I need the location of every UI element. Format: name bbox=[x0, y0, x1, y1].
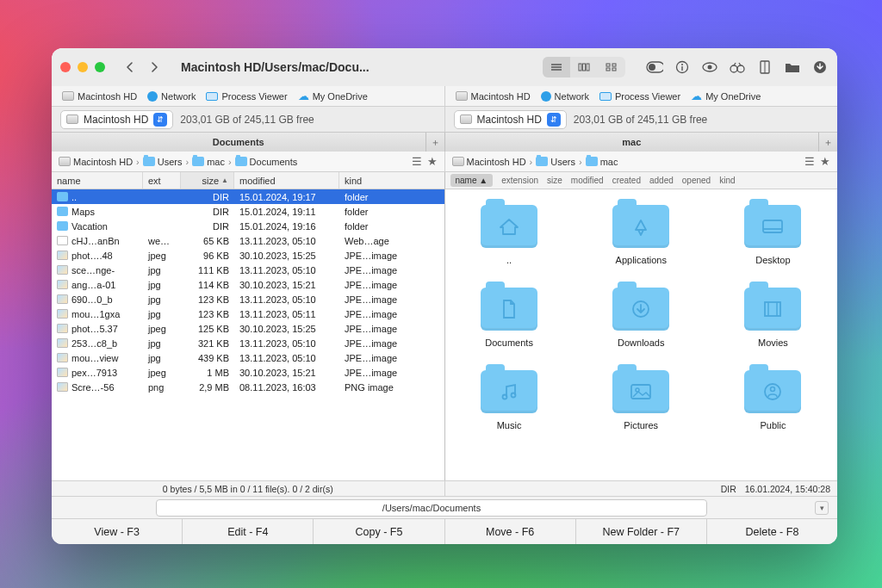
favorite-item[interactable]: Macintosh HD bbox=[456, 91, 531, 102]
favorite-item[interactable]: Process Viewer bbox=[206, 91, 287, 102]
grid-column-created[interactable]: created bbox=[612, 176, 641, 185]
breadcrumb-item[interactable]: Users bbox=[536, 157, 575, 167]
table-row[interactable]: 253…c8_b jpg 321 KB 13.11.2023, 05:10 JP… bbox=[52, 336, 444, 350]
grid-column-name[interactable]: name ▲ bbox=[450, 174, 494, 187]
breadcrumb-item[interactable]: Users bbox=[143, 157, 183, 167]
favorite-item[interactable]: Process Viewer bbox=[599, 91, 680, 102]
breadcrumb-item[interactable]: mac bbox=[586, 157, 618, 167]
grid-item[interactable]: Documents bbox=[454, 288, 565, 348]
favorite-item[interactable]: Macintosh HD bbox=[62, 91, 137, 102]
close-button[interactable] bbox=[60, 62, 71, 72]
preview-icon[interactable] bbox=[701, 59, 718, 76]
breadcrumb-item[interactable]: Macintosh HD bbox=[452, 157, 526, 167]
fn-delete-button[interactable]: Delete - F8 bbox=[707, 519, 837, 544]
grid-column-kind[interactable]: kind bbox=[719, 176, 735, 185]
toggle-switch-icon[interactable] bbox=[646, 59, 663, 76]
fn-edit-button[interactable]: Edit - F4 bbox=[183, 519, 314, 544]
favorite-item[interactable]: ☁My OneDrive bbox=[691, 90, 761, 102]
pic-glyph-icon bbox=[612, 370, 669, 413]
favorite-label: Macintosh HD bbox=[78, 91, 137, 102]
table-row[interactable]: Vacation DIR 15.01.2024, 19:16 folder bbox=[52, 219, 444, 233]
grid-item[interactable]: Music bbox=[454, 370, 565, 430]
binoculars-icon[interactable] bbox=[729, 59, 746, 76]
file-modified: 13.11.2023, 05:10 bbox=[234, 265, 339, 275]
folder-icon bbox=[481, 370, 537, 413]
table-row[interactable]: Scre…-56 png 2,9 MB 08.11.2023, 16:03 PN… bbox=[52, 380, 444, 394]
nav-back-button[interactable] bbox=[119, 57, 141, 77]
column-size[interactable]: size▲ bbox=[181, 172, 234, 189]
breadcrumb-item[interactable]: mac bbox=[192, 157, 225, 167]
table-row[interactable]: 690…0_b jpg 123 KB 13.11.2023, 05:10 JPE… bbox=[52, 292, 444, 306]
folder-icon[interactable] bbox=[784, 59, 801, 76]
new-tab-button[interactable]: ＋ bbox=[818, 133, 837, 152]
grid-column-size[interactable]: size bbox=[547, 176, 562, 185]
grid-body[interactable]: .. Applications Desktop Documents Downlo… bbox=[445, 189, 838, 480]
tab-button[interactable]: mac bbox=[445, 137, 819, 147]
column-ext[interactable]: ext bbox=[143, 172, 181, 189]
drive-right: Macintosh HD ⇵ 203,01 GB of 245,11 GB fr… bbox=[444, 107, 838, 132]
column-name[interactable]: name bbox=[52, 172, 143, 189]
table-row[interactable]: phot….48 jpeg 96 KB 30.10.2023, 15:25 JP… bbox=[52, 248, 444, 263]
grid-item[interactable]: Public bbox=[717, 370, 829, 430]
grid-item[interactable]: Downloads bbox=[586, 288, 697, 348]
table-row[interactable]: ang…a-01 jpg 114 KB 30.10.2023, 15:21 JP… bbox=[52, 277, 444, 292]
archive-icon[interactable] bbox=[756, 59, 773, 76]
grid-item[interactable]: Pictures bbox=[586, 370, 697, 430]
column-kind[interactable]: kind bbox=[339, 172, 444, 189]
drive-selector-left[interactable]: Macintosh HD ⇵ bbox=[60, 110, 173, 129]
table-row[interactable]: mou…view jpg 439 KB 13.11.2023, 05:10 JP… bbox=[52, 350, 444, 365]
table-row[interactable]: .. DIR 15.01.2024, 19:17 folder bbox=[52, 189, 444, 204]
svg-rect-3 bbox=[579, 64, 581, 71]
column-modified[interactable]: modified bbox=[234, 172, 339, 189]
table-row[interactable]: Maps DIR 15.01.2024, 19:11 folder bbox=[52, 204, 444, 219]
monitor-icon bbox=[206, 92, 218, 101]
favorite-item[interactable]: Network bbox=[147, 91, 196, 102]
fn-newfolder-button[interactable]: New Folder - F7 bbox=[576, 519, 707, 544]
star-icon[interactable]: ★ bbox=[820, 155, 830, 168]
breadcrumb-item[interactable]: Macintosh HD bbox=[59, 157, 133, 167]
breadcrumb-label: Macintosh HD bbox=[467, 157, 526, 167]
list-mode-icon[interactable]: ☰ bbox=[804, 155, 815, 168]
grid-column-extension[interactable]: extension bbox=[501, 176, 538, 185]
table-row[interactable]: mou…1gxa jpg 123 KB 13.11.2023, 05:11 JP… bbox=[52, 306, 444, 321]
fn-move-button[interactable]: Move - F6 bbox=[445, 519, 576, 544]
table-row[interactable]: pex…7913 jpeg 1 MB 30.10.2023, 15:21 JPE… bbox=[52, 365, 444, 380]
grid-column-opened[interactable]: opened bbox=[682, 176, 711, 185]
svg-line-19 bbox=[734, 63, 736, 65]
drive-name: Macintosh HD bbox=[477, 114, 542, 126]
breadcrumb-item[interactable]: Documents bbox=[235, 157, 298, 167]
grid-column-added[interactable]: added bbox=[649, 176, 674, 185]
table-row[interactable]: phot…5.37 jpeg 125 KB 30.10.2023, 15:25 … bbox=[52, 321, 444, 336]
tab-button[interactable]: Documents bbox=[52, 137, 425, 147]
favorite-label: Process Viewer bbox=[221, 91, 287, 102]
path-input[interactable]: /Users/mac/Documents bbox=[156, 499, 707, 517]
list-body[interactable]: .. DIR 15.01.2024, 19:17 folder Maps DIR… bbox=[52, 189, 444, 480]
file-kind: PNG image bbox=[339, 382, 444, 393]
new-tab-button[interactable]: ＋ bbox=[425, 133, 444, 152]
table-row[interactable]: sce…nge- jpg 111 KB 13.11.2023, 05:10 JP… bbox=[52, 263, 444, 277]
grid-item[interactable]: .. bbox=[454, 205, 565, 265]
grid-column-modified[interactable]: modified bbox=[571, 176, 604, 185]
star-icon[interactable]: ★ bbox=[427, 155, 438, 168]
table-row[interactable]: cHJ…anBn we… 65 KB 13.11.2023, 05:10 Web… bbox=[52, 233, 444, 248]
view-list-button[interactable] bbox=[543, 57, 570, 77]
download-icon[interactable] bbox=[811, 59, 829, 76]
fn-copy-button[interactable]: Copy - F5 bbox=[314, 519, 444, 544]
grid-item[interactable]: Applications bbox=[586, 205, 697, 265]
drive-selector-right[interactable]: Macintosh HD ⇵ bbox=[454, 110, 567, 129]
favorite-item[interactable]: ☁My OneDrive bbox=[298, 90, 368, 102]
grid-item[interactable]: Movies bbox=[717, 288, 829, 348]
view-columns-button[interactable] bbox=[570, 57, 598, 77]
fn-view-button[interactable]: View - F3 bbox=[52, 519, 183, 544]
file-kind: folder bbox=[339, 221, 444, 232]
toolbar-icons bbox=[646, 59, 829, 76]
view-grid-button[interactable] bbox=[598, 57, 625, 77]
path-toggle-button[interactable]: ▾ bbox=[815, 501, 829, 515]
favorite-item[interactable]: Network bbox=[541, 91, 589, 102]
minimize-button[interactable] bbox=[78, 62, 88, 72]
nav-forward-button[interactable] bbox=[143, 57, 165, 77]
info-icon[interactable] bbox=[674, 59, 691, 76]
grid-item[interactable]: Desktop bbox=[717, 205, 829, 265]
list-mode-icon[interactable]: ☰ bbox=[412, 155, 422, 168]
zoom-button[interactable] bbox=[95, 62, 105, 72]
